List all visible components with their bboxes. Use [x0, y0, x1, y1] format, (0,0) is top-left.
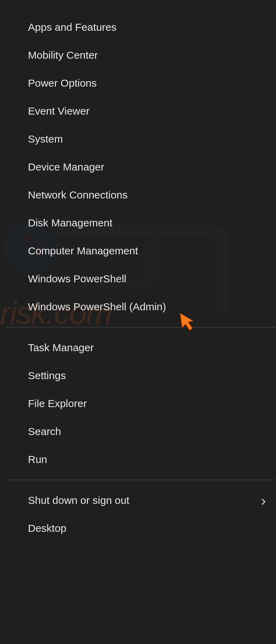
menu-item-run[interactable]: Run: [28, 446, 268, 473]
menu-item-label: Settings: [28, 369, 66, 382]
menu-item-apps-and-features[interactable]: Apps and Features: [28, 13, 268, 41]
menu-item-label: Run: [28, 453, 47, 466]
menu-separator: [6, 327, 276, 327]
menu-item-label: Network Connections: [28, 189, 128, 201]
menu-item-file-explorer[interactable]: File Explorer: [28, 390, 268, 418]
menu-item-label: Disk Management: [28, 217, 112, 229]
menu-item-label: Computer Management: [28, 245, 138, 257]
menu-item-device-manager[interactable]: Device Manager: [28, 153, 268, 181]
menu-item-power-options[interactable]: Power Options: [28, 69, 268, 97]
menu-item-network-connections[interactable]: Network Connections: [28, 181, 268, 209]
menu-item-label: Windows PowerShell (Admin): [28, 301, 166, 313]
menu-item-label: Apps and Features: [28, 21, 117, 34]
menu-item-shut-down-or-sign-out[interactable]: Shut down or sign out: [28, 486, 268, 514]
menu-item-label: Mobility Center: [28, 49, 98, 61]
winx-context-menu: Apps and Features Mobility Center Power …: [0, 0, 276, 542]
menu-item-event-viewer[interactable]: Event Viewer: [28, 97, 268, 125]
menu-item-label: File Explorer: [28, 397, 87, 410]
menu-item-search[interactable]: Search: [28, 418, 268, 446]
menu-item-desktop[interactable]: Desktop: [28, 514, 268, 542]
menu-item-computer-management[interactable]: Computer Management: [28, 237, 268, 265]
menu-item-label: System: [28, 133, 63, 145]
menu-item-label: Shut down or sign out: [28, 494, 129, 507]
menu-item-label: Power Options: [28, 77, 97, 89]
menu-item-label: Event Viewer: [28, 105, 89, 117]
menu-separator: [6, 480, 276, 480]
menu-item-label: Device Manager: [28, 161, 104, 173]
menu-item-windows-powershell-admin[interactable]: Windows PowerShell (Admin): [28, 293, 268, 321]
menu-item-disk-management[interactable]: Disk Management: [28, 209, 268, 237]
menu-item-task-manager[interactable]: Task Manager: [28, 334, 268, 362]
menu-item-windows-powershell[interactable]: Windows PowerShell: [28, 265, 268, 293]
menu-item-system[interactable]: System: [28, 125, 268, 153]
menu-item-label: Desktop: [28, 522, 66, 535]
menu-item-label: Windows PowerShell: [28, 273, 126, 285]
menu-item-label: Search: [28, 425, 61, 438]
menu-item-label: Task Manager: [28, 341, 94, 354]
menu-item-settings[interactable]: Settings: [28, 362, 268, 390]
menu-item-mobility-center[interactable]: Mobility Center: [28, 41, 268, 69]
chevron-right-icon: [259, 496, 268, 505]
